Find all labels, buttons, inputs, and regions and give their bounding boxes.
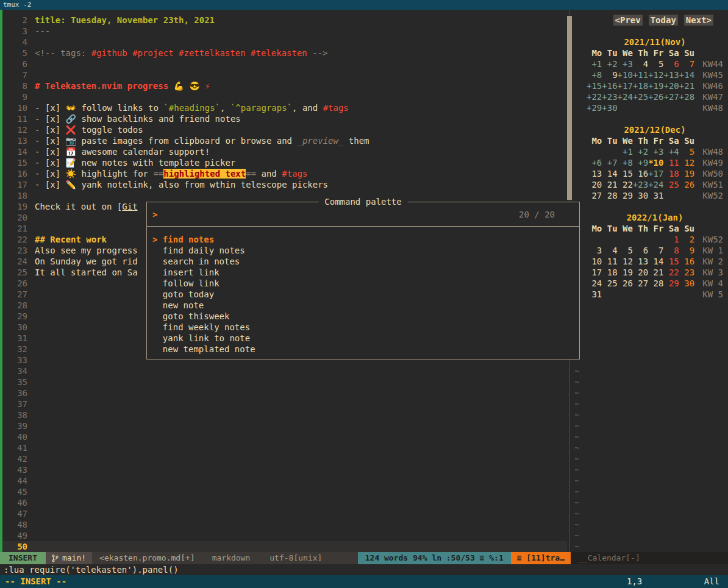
calendar-day[interactable]: 12 [618, 257, 633, 266]
calendar-day[interactable]: +12 [648, 70, 663, 80]
scrollbar-thumb[interactable] [567, 16, 572, 200]
calendar-day[interactable]: +28 [679, 92, 694, 102]
calendar-day[interactable]: 22 [663, 267, 679, 277]
calendar-day[interactable]: +1 [618, 147, 633, 157]
editor-line[interactable]: 40 [2, 431, 567, 442]
calendar-day[interactable]: +27 [663, 92, 679, 102]
calendar-day[interactable]: +22 [587, 92, 602, 102]
calendar-day[interactable]: 1 [663, 235, 679, 244]
calendar-day[interactable]: +3 [648, 147, 663, 157]
calendar-day[interactable]: 19 [618, 267, 633, 277]
calendar-day[interactable]: 5 [648, 59, 663, 69]
calendar-day[interactable]: 4 [633, 59, 648, 69]
calendar-day[interactable]: +8 [587, 70, 602, 80]
editor-line[interactable]: 35 [2, 377, 567, 388]
calendar-day[interactable]: +19 [648, 81, 663, 91]
editor-line[interactable]: 36 [2, 388, 567, 398]
calendar-day[interactable]: 2 [679, 235, 694, 244]
editor-line[interactable]: 50 [2, 541, 567, 552]
editor-line[interactable]: 14- [x] 📅 awesome calendar support! [2, 146, 567, 157]
calendar-day[interactable]: 26 [618, 278, 633, 288]
calendar-day[interactable]: 27 [633, 278, 648, 288]
calendar-day[interactable]: 20 [587, 180, 602, 190]
calendar-day[interactable]: +7 [602, 158, 617, 168]
calendar-day[interactable]: 6 [633, 246, 648, 255]
editor-line[interactable]: 9 [2, 91, 567, 102]
calendar-day[interactable]: 15 [663, 257, 679, 266]
calendar-day[interactable]: +16 [602, 81, 617, 91]
palette-item[interactable]: find daily notes [152, 245, 579, 256]
calendar-day[interactable]: 3 [587, 246, 602, 255]
calendar-day[interactable]: 28 [602, 191, 617, 200]
editor-line[interactable]: 15- [x] 📝 new notes with template picker [2, 157, 567, 168]
editor-line[interactable]: 5<!-- tags: #github #project #zettelkast… [2, 48, 567, 58]
calendar-day[interactable]: 9 [679, 246, 694, 255]
calendar-day[interactable]: +18 [633, 81, 648, 91]
calendar-day[interactable]: +17 [648, 169, 663, 179]
calendar-day[interactable]: +29 [587, 103, 602, 113]
calendar-day[interactable]: 18 [663, 169, 679, 179]
palette-item[interactable]: find weekly notes [152, 322, 579, 333]
editor-line[interactable]: 48 [2, 519, 567, 530]
calendar-day[interactable]: +1 [587, 59, 602, 69]
editor-line[interactable]: 47 [2, 508, 567, 519]
editor-line[interactable]: 18 [2, 190, 567, 201]
calendar-day[interactable]: 12 [679, 158, 694, 168]
calendar-day[interactable]: +25 [633, 92, 648, 102]
prev-button[interactable]: <Prev [613, 15, 643, 26]
calendar-day[interactable]: +24 [618, 92, 633, 102]
calendar-day[interactable]: 6 [663, 59, 679, 69]
calendar-day[interactable]: 11 [663, 158, 679, 168]
calendar-day[interactable]: 25 [663, 180, 679, 190]
today-button[interactable]: Today [649, 15, 678, 26]
calendar-day[interactable]: 16 [633, 169, 648, 179]
calendar-day[interactable]: 13 [633, 257, 648, 266]
calendar-day[interactable]: 8 [663, 246, 679, 255]
calendar-day[interactable]: 19 [679, 169, 694, 179]
calendar-day[interactable]: 5 [679, 147, 694, 157]
calendar-day[interactable]: +21 [679, 81, 694, 91]
editor-line[interactable]: 3--- [2, 26, 567, 37]
editor-line[interactable]: 8# Telekasten.nvim progress 💪 😎 ⚡ [2, 80, 567, 91]
editor-line[interactable]: 46 [2, 497, 567, 508]
palette-item[interactable]: new note [152, 300, 579, 311]
palette-item[interactable]: goto thisweek [152, 311, 579, 322]
calendar-day[interactable]: 21 [602, 180, 617, 190]
calendar-day[interactable]: +17 [618, 81, 633, 91]
editor-line[interactable]: 17- [x] ✏️ yank notelink, also from wthi… [2, 179, 567, 190]
calendar-day[interactable]: +4 [663, 147, 679, 157]
calendar-day[interactable]: +2 [602, 59, 617, 69]
editor-line[interactable]: 34 [2, 366, 567, 377]
editor-line[interactable]: 4 [2, 37, 567, 48]
calendar-day[interactable]: +2 [633, 147, 648, 157]
calendar-day[interactable]: +30 [602, 103, 617, 113]
calendar-day[interactable]: 5 [618, 246, 633, 255]
calendar-day[interactable]: +24 [648, 180, 663, 190]
editor-line[interactable]: 11- [x] 🔗 show backlinks and friend note… [2, 113, 567, 124]
calendar-day[interactable]: +9 [633, 158, 648, 168]
calendar-day[interactable]: +14 [679, 70, 694, 80]
calendar-day[interactable]: +23 [602, 92, 617, 102]
calendar-day[interactable]: 4 [602, 246, 617, 255]
editor-line[interactable]: 16- [x] ☀️ highlight for ==highlighted t… [2, 168, 567, 179]
palette-item[interactable]: > find notes [152, 234, 579, 245]
calendar-day[interactable]: 23 [679, 267, 694, 277]
calendar-day[interactable]: 28 [648, 278, 663, 288]
palette-item[interactable]: new templated note [152, 344, 579, 355]
calendar-day[interactable]: +3 [618, 59, 633, 69]
calendar-day[interactable]: 18 [602, 267, 617, 277]
calendar-day[interactable]: +23 [633, 180, 648, 190]
editor-line[interactable]: 41 [2, 442, 567, 453]
calendar-day[interactable]: 14 [602, 169, 617, 179]
editor-line[interactable]: 6 [2, 58, 567, 69]
calendar-day[interactable]: 11 [602, 257, 617, 266]
editor-line[interactable]: 13- [x] 📷 paste images from clipboard or… [2, 135, 567, 146]
calendar-day[interactable]: +6 [587, 158, 602, 168]
calendar-day[interactable]: 13 [587, 169, 602, 179]
calendar-day[interactable]: 16 [679, 257, 694, 266]
calendar-day[interactable]: 14 [648, 257, 663, 266]
editor-line[interactable]: 45 [2, 486, 567, 497]
calendar-day[interactable]: +13 [663, 70, 679, 80]
calendar-day[interactable]: *10 [648, 158, 663, 168]
editor-line[interactable]: 49 [2, 530, 567, 541]
